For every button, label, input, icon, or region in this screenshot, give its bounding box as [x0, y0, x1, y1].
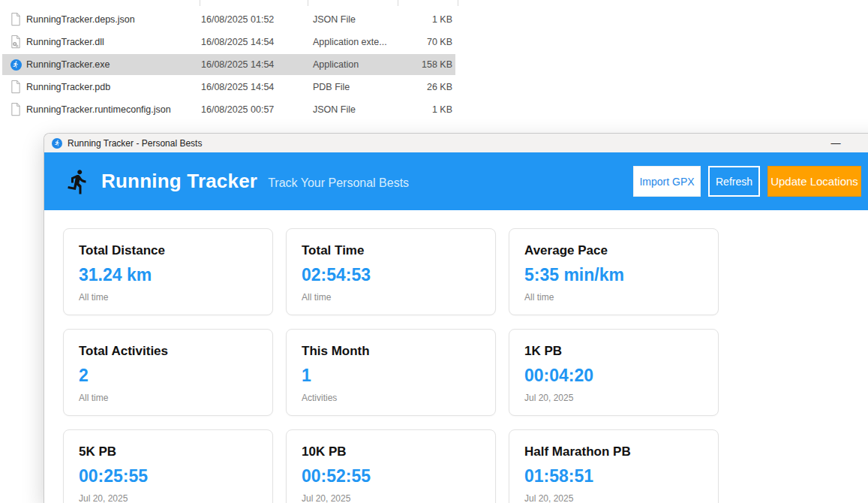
card-total-time: Total Time 02:54:53 All time — [286, 228, 496, 315]
running-tracker-window: Running Tracker - Personal Bests — Runni… — [44, 133, 868, 503]
file-date: 16/08/2025 14:54 — [200, 37, 308, 47]
card-value: 00:25:55 — [79, 466, 257, 486]
card-subtitle: Activities — [302, 393, 480, 403]
file-size: 1 KB — [398, 14, 458, 25]
file-name: RunningTracker.deps.json — [26, 14, 135, 25]
file-date: 16/08/2025 01:52 — [200, 14, 308, 25]
document-file-icon — [10, 80, 22, 94]
file-size: 70 KB — [398, 37, 458, 47]
update-locations-button[interactable]: Update Locations — [767, 166, 861, 197]
column-separator — [308, 0, 308, 6]
screenshot-root: RunningTracker.deps.json 16/08/2025 01:5… — [0, 0, 868, 503]
file-row-runtimeconfig[interactable]: RunningTracker.runtimeconfig.json 16/08/… — [0, 98, 458, 121]
card-value: 1 — [302, 366, 480, 386]
card-title: 10K PB — [302, 444, 480, 459]
file-date: 16/08/2025 00:57 — [200, 104, 308, 115]
card-value: 2 — [79, 366, 257, 386]
header-buttons: Import GPX Refresh Update Locations — [633, 152, 868, 210]
card-value: 31.24 km — [79, 265, 257, 285]
file-type: JSON File — [308, 104, 398, 115]
file-size: 26 KB — [398, 82, 458, 92]
card-subtitle: All time — [79, 292, 257, 303]
card-subtitle: All time — [79, 393, 257, 403]
card-title: 1K PB — [524, 344, 703, 359]
refresh-button[interactable]: Refresh — [708, 166, 760, 197]
app-title: Running Tracker — [101, 170, 257, 193]
file-size: 1 KB — [398, 104, 458, 115]
running-tracker-app-icon — [10, 58, 22, 71]
file-type: Application exte... — [308, 37, 398, 47]
file-row-deps-json[interactable]: RunningTracker.deps.json 16/08/2025 01:5… — [0, 8, 458, 31]
file-name: RunningTracker.pdb — [26, 82, 110, 92]
card-value: 00:04:20 — [524, 366, 703, 386]
card-half-marathon-pb: Half Marathon PB 01:58:51 Jul 20, 2025 — [509, 429, 719, 503]
card-title: 5K PB — [79, 444, 257, 459]
card-value: 00:52:55 — [302, 466, 480, 486]
card-title: Total Activities — [79, 344, 257, 359]
card-subtitle: All time — [302, 292, 480, 303]
dll-file-icon — [10, 35, 22, 49]
window-titlebar[interactable]: Running Tracker - Personal Bests — — [44, 134, 868, 152]
card-value: 5:35 min/km — [524, 265, 703, 285]
card-title: Total Time — [302, 243, 480, 258]
card-total-distance: Total Distance 31.24 km All time — [63, 228, 273, 315]
card-subtitle: All time — [524, 292, 703, 303]
minimize-icon: — — [831, 137, 841, 149]
import-gpx-button[interactable]: Import GPX — [633, 166, 701, 197]
card-10k-pb: 10K PB 00:52:55 Jul 20, 2025 — [286, 429, 496, 503]
card-subtitle: Jul 20, 2025 — [79, 493, 257, 503]
card-value: 02:54:53 — [302, 265, 480, 285]
card-title: Total Distance — [79, 243, 257, 258]
runner-icon — [65, 168, 92, 195]
card-subtitle: Jul 20, 2025 — [524, 393, 703, 403]
app-subtitle: Track Your Personal Bests — [268, 176, 409, 190]
card-total-activities: Total Activities 2 All time — [63, 329, 273, 416]
card-5k-pb: 5K PB 00:25:55 Jul 20, 2025 — [63, 429, 273, 503]
file-name: RunningTracker.exe — [26, 59, 110, 70]
file-type: PDB File — [308, 82, 398, 92]
file-row-dll[interactable]: RunningTracker.dll 16/08/2025 14:54 Appl… — [0, 31, 458, 53]
column-separator — [200, 0, 200, 6]
card-title: Half Marathon PB — [524, 444, 703, 459]
file-row-pdb[interactable]: RunningTracker.pdb 16/08/2025 14:54 PDB … — [0, 76, 458, 98]
window-title: Running Tracker - Personal Bests — [68, 138, 202, 149]
card-title: Average Pace — [524, 243, 703, 258]
stat-cards-grid: Total Distance 31.24 km All time Total T… — [63, 228, 719, 503]
card-subtitle: Jul 20, 2025 — [524, 493, 703, 503]
minimize-button[interactable]: — — [818, 134, 853, 152]
file-name: RunningTracker.runtimeconfig.json — [26, 104, 171, 115]
file-row-exe-selected[interactable]: RunningTracker.exe 16/08/2025 14:54 Appl… — [0, 53, 458, 76]
file-date: 16/08/2025 14:54 — [200, 82, 308, 92]
document-file-icon — [10, 13, 22, 26]
card-1k-pb: 1K PB 00:04:20 Jul 20, 2025 — [509, 329, 719, 416]
card-this-month: This Month 1 Activities — [286, 329, 496, 416]
file-size: 158 KB — [398, 59, 458, 70]
document-file-icon — [10, 103, 22, 116]
card-average-pace: Average Pace 5:35 min/km All time — [509, 228, 719, 315]
window-app-icon — [52, 138, 62, 149]
column-separator — [398, 0, 398, 6]
file-type: Application — [308, 59, 398, 70]
file-type: JSON File — [308, 14, 398, 25]
card-title: This Month — [302, 344, 480, 359]
file-date: 16/08/2025 14:54 — [200, 59, 308, 70]
card-subtitle: Jul 20, 2025 — [302, 493, 480, 503]
card-value: 01:58:51 — [524, 466, 703, 486]
column-separator — [458, 0, 458, 6]
file-name: RunningTracker.dll — [26, 37, 104, 47]
app-header: Running Tracker Track Your Personal Best… — [44, 152, 868, 210]
